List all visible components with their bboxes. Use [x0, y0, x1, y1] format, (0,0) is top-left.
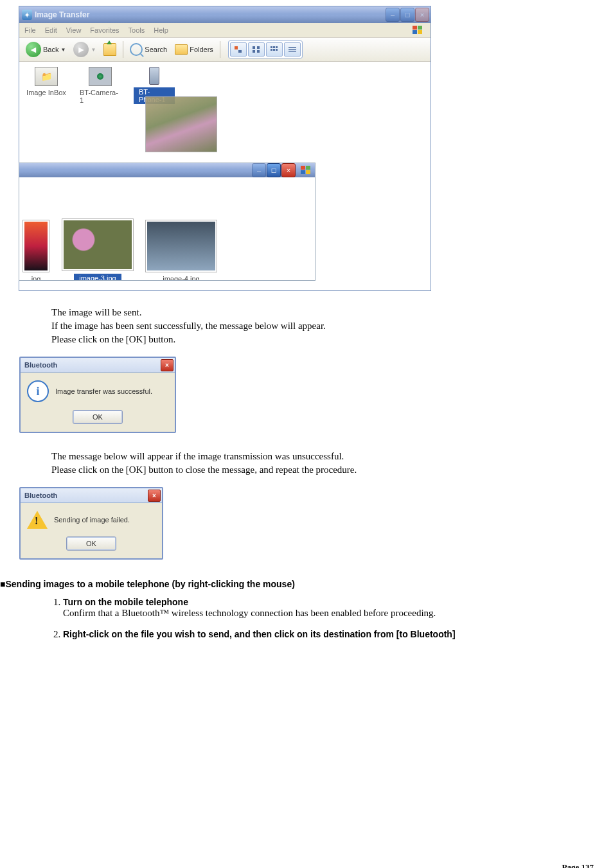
close-button[interactable]: × — [415, 8, 429, 22]
thumbnail-image — [145, 220, 217, 272]
menu-file[interactable]: File — [24, 26, 36, 34]
maximize-button[interactable]: □ — [400, 8, 414, 22]
para: If the image has been sent successfully,… — [51, 321, 613, 332]
dialog-close-button[interactable]: × — [148, 490, 161, 502]
back-label: Back — [43, 46, 58, 53]
search-button[interactable]: Search — [127, 42, 170, 57]
bluetooth-fail-dialog: Bluetooth × Sending of image failed. OK — [19, 487, 163, 560]
page-footer: Page 137 — [0, 650, 613, 868]
up-button[interactable] — [101, 42, 119, 57]
para: Please click on the [OK] button. — [51, 334, 613, 345]
svg-rect-4 — [253, 50, 255, 53]
explorer-client-area: 📁 Image InBox BT-Camera-1 BT-Phone-1 – □… — [19, 62, 431, 290]
ok-button[interactable]: OK — [66, 536, 116, 551]
phone-icon — [149, 67, 159, 85]
svg-rect-3 — [257, 46, 260, 49]
throbber-icon — [410, 24, 425, 36]
child-minimize-button[interactable]: – — [252, 163, 266, 177]
thumbnail-2[interactable]: image-3.jpg — [62, 218, 134, 280]
step-title: Right-click on the file you wish to send… — [63, 629, 456, 639]
view-mode-group — [228, 40, 303, 58]
bluetooth-success-dialog: Bluetooth × i Image transfer was success… — [19, 357, 176, 433]
up-folder-icon — [103, 43, 116, 56]
svg-rect-12 — [289, 47, 296, 48]
dialog-title: Bluetooth — [24, 361, 57, 369]
forward-dropdown-icon[interactable]: ▼ — [91, 47, 96, 53]
view-list-button[interactable] — [284, 42, 301, 57]
body-text-block-1: The image will be sent. If the image has… — [0, 307, 613, 345]
title-bar: ✦ Image Transfer – □ × — [19, 6, 431, 23]
toolbar-separator-2 — [220, 41, 220, 58]
dialog-close-button[interactable]: × — [161, 359, 173, 371]
child-explorer-window: – □ × jpg image-3.jpg — [19, 163, 315, 280]
menu-favorites[interactable]: Favorites — [90, 26, 119, 34]
thumbnail-image — [62, 218, 134, 271]
footer-page-number: 137 — [582, 862, 594, 868]
forward-arrow-icon: ► — [73, 42, 89, 57]
thumbnail-label: image-3.jpg — [74, 274, 121, 280]
para: The image will be sent. — [51, 307, 613, 318]
item-image-inbox[interactable]: 📁 Image InBox — [26, 67, 67, 96]
step-1: Turn on the mobile telephone Confirm tha… — [63, 597, 613, 619]
ok-button[interactable]: OK — [73, 410, 123, 424]
inbox-icon: 📁 — [35, 67, 58, 86]
warning-icon — [27, 511, 48, 529]
svg-rect-9 — [271, 49, 272, 51]
child-maximize-button[interactable]: □ — [267, 163, 281, 177]
svg-rect-6 — [271, 46, 272, 48]
svg-rect-5 — [257, 50, 260, 53]
step-2: Right-click on the file you wish to send… — [63, 629, 613, 640]
menu-view[interactable]: View — [66, 26, 82, 34]
view-thumbnails-button[interactable] — [248, 42, 265, 57]
svg-rect-13 — [289, 49, 296, 50]
item-bt-camera[interactable]: BT-Camera-1 — [80, 67, 121, 104]
svg-rect-7 — [273, 46, 275, 48]
footer-label: Page — [562, 862, 580, 868]
view-filmstrip-button[interactable] — [230, 42, 247, 57]
minimize-button[interactable]: – — [386, 8, 400, 22]
child-throbber-icon — [298, 164, 314, 176]
folders-label: Folders — [190, 46, 213, 53]
toolbar-separator — [123, 41, 123, 58]
svg-rect-0 — [235, 46, 238, 49]
back-button[interactable]: ◄ Back ▼ — [23, 40, 68, 58]
svg-rect-11 — [276, 49, 278, 51]
para: Please click on the [OK] button to close… — [51, 465, 613, 475]
item-label: BT-Camera-1 — [80, 89, 121, 104]
thumbnail-1[interactable]: jpg — [22, 220, 50, 280]
step-title: Turn on the mobile telephone — [63, 597, 188, 607]
child-close-button[interactable]: × — [281, 163, 296, 177]
camera-icon — [89, 67, 112, 86]
dialog-title-bar: Bluetooth × — [21, 488, 162, 503]
body-text-block-2: The message below will appear if the ima… — [0, 451, 613, 475]
back-dropdown-icon[interactable]: ▼ — [60, 47, 66, 53]
info-icon: i — [27, 380, 49, 402]
thumbnail-label: jpg — [31, 275, 41, 280]
thumbnail-image — [22, 220, 49, 272]
menu-edit[interactable]: Edit — [45, 26, 57, 34]
view-icons-button[interactable] — [266, 42, 283, 57]
dialog-title: Bluetooth — [24, 492, 57, 499]
folders-button[interactable]: Folders — [172, 42, 216, 57]
toolbar: ◄ Back ▼ ► ▼ Search Folders — [19, 38, 431, 62]
window-title: Image Transfer — [35, 10, 386, 19]
item-label: Image InBox — [26, 89, 66, 96]
step-body: Confirm that a Bluetooth™ wireless techn… — [63, 608, 436, 618]
child-title-bar: – □ × — [19, 163, 315, 177]
menu-help[interactable]: Help — [154, 26, 168, 34]
search-icon — [130, 43, 143, 56]
thumbnail-3[interactable]: image-4.jpg — [145, 220, 217, 280]
child-client-area: jpg image-3.jpg image-4.jpg — [19, 177, 315, 280]
folders-icon — [175, 44, 188, 55]
svg-rect-2 — [253, 46, 255, 49]
svg-rect-8 — [276, 46, 278, 48]
dialog-message: Sending of image failed. — [54, 516, 130, 524]
para: The message below will appear if the ima… — [51, 451, 613, 462]
search-label: Search — [145, 46, 167, 53]
image-transfer-window: ✦ Image Transfer – □ × File Edit View Fa… — [19, 6, 431, 290]
forward-button[interactable]: ► ▼ — [71, 40, 98, 58]
back-arrow-icon: ◄ — [26, 42, 41, 57]
section-heading: ■Sending images to a mobile telephone (b… — [0, 579, 613, 589]
menu-tools[interactable]: Tools — [129, 26, 145, 34]
app-icon: ✦ — [22, 10, 32, 20]
